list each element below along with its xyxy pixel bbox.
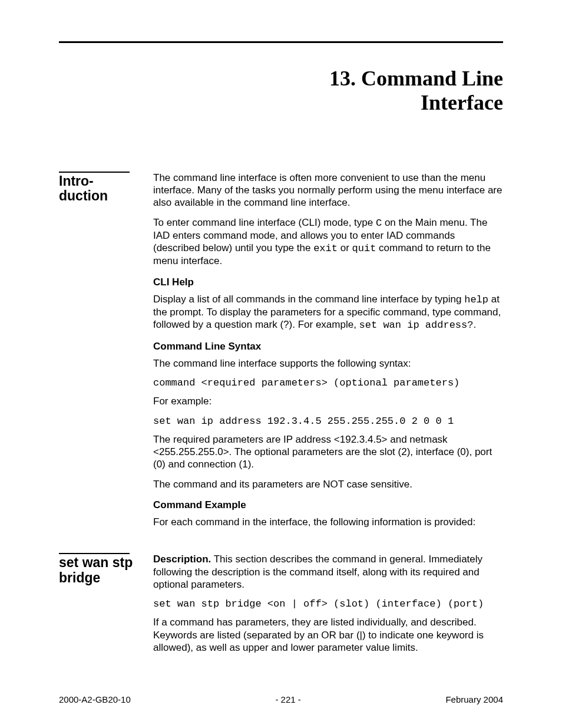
code-line: command <required parameters> (optional … xyxy=(153,377,503,389)
paragraph: If a command has parameters, they are li… xyxy=(153,616,503,654)
text-run: To enter command line interface (CLI) mo… xyxy=(153,217,376,228)
chapter-title-line1: Command Line xyxy=(361,67,503,90)
subheading: Command Example xyxy=(153,499,503,511)
chapter-title: 13. Command Line Interface xyxy=(59,67,503,116)
paragraph: To enter command line interface (CLI) mo… xyxy=(153,216,503,268)
chapter-title-line2: Interface xyxy=(421,91,503,114)
code-line: set wan ip address 192.3.4.5 255.255.255… xyxy=(153,415,503,427)
side-column: set wan stp bridge xyxy=(59,553,153,585)
page-footer: 2000-A2-GB20-10 - 221 - February 2004 xyxy=(59,694,503,704)
text-run: The command line interface supports the … xyxy=(153,358,411,369)
inline-code: exit xyxy=(313,243,338,254)
inline-code: quit xyxy=(352,243,376,254)
text-run: . xyxy=(473,319,476,330)
side-rule xyxy=(59,553,130,554)
side-column: Intro-duction xyxy=(59,172,153,204)
paragraph: For example: xyxy=(153,395,503,407)
text-run: The command and its parameters are NOT c… xyxy=(153,479,412,490)
subheading: Command Line Syntax xyxy=(153,340,503,353)
section: Intro-ductionThe command line interface … xyxy=(59,172,503,536)
page: 13. Command Line Interface Intro-duction… xyxy=(0,0,562,728)
footer-right: February 2004 xyxy=(445,694,503,704)
side-heading: set wan stp bridge xyxy=(59,555,147,585)
top-rule xyxy=(59,41,503,43)
paragraph: The required parameters are IP address <… xyxy=(153,433,503,471)
paragraph: The command line interface supports the … xyxy=(153,357,503,370)
body-column: The command line interface is often more… xyxy=(153,172,503,536)
footer-left: 2000-A2-GB20-10 xyxy=(59,694,131,704)
text-run: Display a list of all commands in the co… xyxy=(153,294,464,305)
text-run: The command line interface is often more… xyxy=(153,172,502,209)
text-run: For example: xyxy=(153,396,211,407)
inline-code: C xyxy=(376,218,382,229)
text-run: If a command has parameters, they are li… xyxy=(153,617,484,653)
section: set wan stp bridgeDescription. This sect… xyxy=(59,553,503,661)
side-rule xyxy=(59,172,130,173)
subheading: CLI Help xyxy=(153,276,503,288)
inline-code: help xyxy=(464,294,488,305)
code-line: set wan stp bridge <on | off> (slot) (in… xyxy=(153,598,503,610)
paragraph: The command line interface is often more… xyxy=(153,172,503,209)
side-heading: Intro-duction xyxy=(59,174,147,204)
text-run: The required parameters are IP address <… xyxy=(153,434,492,470)
inline-code: set wan ip address? xyxy=(359,319,474,331)
paragraph: The command and its parameters are NOT c… xyxy=(153,478,503,490)
paragraph: Description. This section describes the … xyxy=(153,553,503,591)
chapter-number: 13. xyxy=(329,67,356,90)
footer-center: - 221 - xyxy=(275,694,300,704)
text-run: or xyxy=(338,242,352,253)
bold-text: Description. xyxy=(153,554,211,565)
text-run: For each command in the interface, the f… xyxy=(153,516,475,528)
body-column: Description. This section describes the … xyxy=(153,553,503,661)
sections-container: Intro-ductionThe command line interface … xyxy=(59,172,503,661)
paragraph: For each command in the interface, the f… xyxy=(153,516,503,528)
paragraph: Display a list of all commands in the co… xyxy=(153,293,503,332)
